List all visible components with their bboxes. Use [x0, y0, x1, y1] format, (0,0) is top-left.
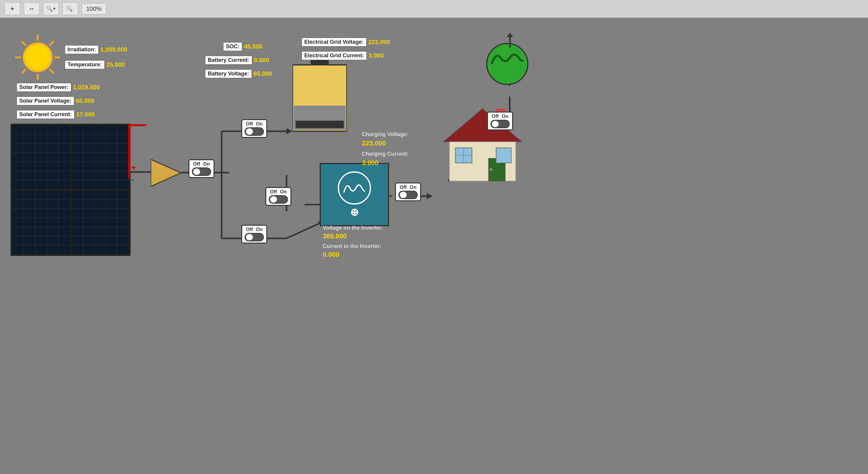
toggle-off-label4: Off [246, 227, 253, 232]
home-toggle[interactable]: Off On [395, 182, 421, 201]
toggle-on-label: On [203, 161, 210, 167]
soc-info: SOC: 45.000 [223, 42, 262, 51]
panel-voltage-value: 60.000 [76, 97, 94, 105]
toggle-track2[interactable] [245, 127, 264, 136]
irradiation-value: 1,000.000 [100, 46, 127, 53]
toggle-thumb3 [270, 196, 277, 203]
wire-h-top [128, 124, 146, 126]
svg-rect-43 [71, 191, 129, 254]
soc-value: 45.000 [244, 43, 262, 50]
toggle-thumb4 [246, 234, 253, 240]
toggle-off-label6: Off [492, 114, 499, 119]
inverter-current-value: 0.000 [323, 251, 383, 259]
panel-voltage-info: Solar Panel Voltage: 60.000 [17, 96, 94, 105]
svg-rect-85 [296, 121, 344, 128]
toggle-off-label3: Off [270, 189, 277, 195]
svg-line-70 [286, 223, 320, 238]
mppt-amplifier [151, 159, 184, 188]
inverter-current-label: Current in the Inverter: [323, 243, 383, 249]
battery-icon [292, 57, 347, 140]
toggle-off-label: Off [193, 161, 200, 167]
irradiation-info: Irradiation: 1,000.000 [65, 45, 127, 54]
zoom-level: 100% [82, 3, 106, 14]
svg-marker-81 [151, 159, 181, 186]
battery-charge-toggle[interactable]: Off On [241, 119, 267, 138]
grid-voltage-info: Electrical Grid Voltage: 223.000 [302, 38, 390, 47]
svg-rect-32 [12, 191, 70, 254]
toggle-on-label2: On [256, 121, 262, 127]
negative-terminal: - [131, 175, 134, 185]
solar-panel-array [10, 124, 131, 256]
svg-rect-21 [71, 125, 129, 189]
solar-panel-tl [12, 125, 70, 189]
toggle-on-label6: On [501, 114, 508, 119]
charging-current-label: Charging Current: [362, 151, 409, 157]
sun-icon [13, 33, 62, 82]
temperature-info: Temperature: 25.000 [65, 60, 125, 69]
battery-discharge-toggle[interactable]: Off On [266, 187, 291, 206]
svg-marker-74 [427, 193, 433, 199]
inverter-box: ⊕ [320, 163, 389, 226]
svg-line-4 [50, 42, 53, 45]
toggle-track4[interactable] [245, 233, 264, 241]
charging-voltage-label: Charging Voltage: [362, 131, 409, 138]
toggle-track5[interactable] [398, 191, 418, 199]
inverter-voltage-label: Voltage on the Inverter: [323, 225, 383, 231]
grid-toggle[interactable]: Off On [487, 112, 513, 130]
svg-line-6 [50, 70, 53, 73]
grid-current-info: Electrical Grid Current: 3.000 [302, 51, 384, 60]
solar-panel-br [71, 191, 129, 254]
mppt-toggle[interactable]: Off On [188, 159, 214, 178]
solar-inverter-toggle[interactable]: Off On [241, 225, 267, 243]
toggle-thumb [193, 168, 200, 175]
charging-current-value: 3.000 [362, 159, 409, 167]
toggle-on-label5: On [409, 185, 416, 190]
battery-voltage-label: Battery Voltage: [205, 69, 252, 78]
zoom-in-button[interactable]: 🔍+ [43, 2, 59, 15]
panel-power-label: Solar Panel Power: [17, 83, 71, 92]
grid-voltage-label: Electrical Grid Voltage: [302, 38, 367, 47]
svg-line-7 [22, 70, 25, 73]
panel-power-value: 1,029.000 [73, 84, 100, 91]
grid-voltage-value: 223.000 [368, 39, 390, 46]
soc-label: SOC: [223, 42, 242, 51]
add-button[interactable]: + [4, 2, 20, 15]
grid-current-label: Electrical Grid Current: [302, 51, 367, 60]
svg-rect-10 [12, 125, 70, 189]
panel-current-value: 17.000 [76, 111, 95, 118]
temperature-value: 25.000 [106, 61, 125, 68]
grid-symbol [486, 42, 529, 87]
toggle-track3[interactable] [269, 195, 288, 204]
toggle-on-label3: On [280, 189, 286, 195]
panel-current-label: Solar Panel Current: [17, 110, 74, 119]
irradiation-label: Irradiation: [65, 45, 99, 54]
panel-voltage-label: Solar Panel Voltage: [17, 96, 74, 105]
solar-panel-bl [12, 191, 70, 254]
toggle-track[interactable] [192, 168, 211, 176]
zoom-out-button[interactable]: 🔍- [62, 2, 78, 15]
panel-current-info: Solar Panel Current: 17.000 [17, 110, 95, 119]
toggle-off-label2: Off [246, 121, 253, 127]
svg-line-5 [22, 42, 25, 45]
toggle-on-label4: On [256, 227, 262, 232]
toggle-thumb2 [246, 128, 253, 135]
inverter-plus-sign: ⊕ [350, 206, 359, 218]
inverter-info: Voltage on the Inverter: 385.000 Current… [323, 225, 383, 259]
main-canvas: Irradiation: 1,000.000 Temperature: 25.0… [0, 18, 868, 474]
inverter-symbol [338, 171, 371, 205]
solar-panel-tr [71, 125, 129, 189]
svg-rect-94 [496, 148, 511, 163]
svg-point-9 [26, 45, 50, 69]
fit-button[interactable]: ↔ [24, 2, 39, 15]
battery-current-value: 0.000 [254, 57, 269, 64]
grid-current-value: 3.000 [369, 52, 384, 59]
toggle-track6[interactable] [490, 120, 510, 128]
svg-marker-62 [286, 128, 292, 134]
toggle-thumb6 [492, 121, 499, 127]
grid-arrow-up [505, 33, 515, 49]
temperature-label: Temperature: [65, 60, 105, 69]
svg-marker-97 [507, 33, 513, 37]
svg-point-93 [490, 168, 493, 171]
charging-voltage-value: 223.000 [362, 139, 409, 147]
toolbar: + ↔ 🔍+ 🔍- 100% [0, 0, 868, 18]
